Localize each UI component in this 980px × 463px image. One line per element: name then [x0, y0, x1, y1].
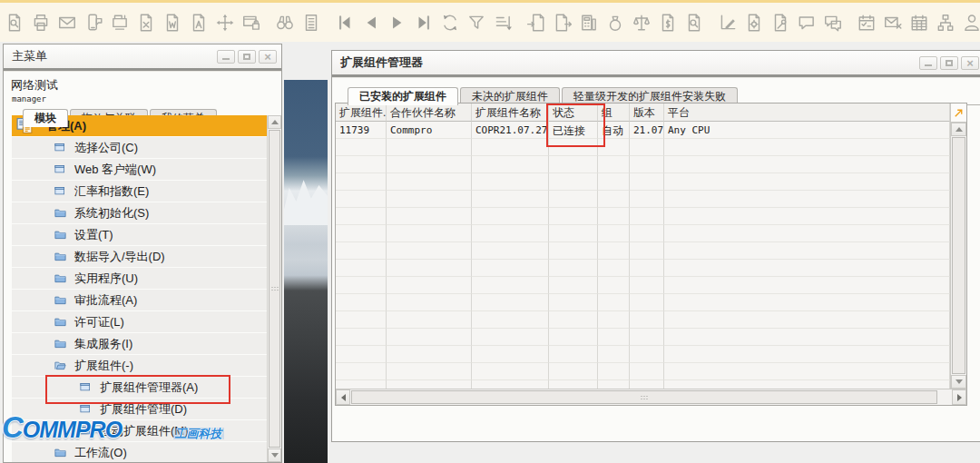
- menu-item[interactable]: 扩展组件(-): [12, 355, 267, 377]
- column-header[interactable]: 扩展组件...: [336, 103, 387, 122]
- main-menu-titlebar[interactable]: 主菜单: [4, 44, 281, 68]
- fax-icon[interactable]: [110, 13, 130, 33]
- scrollbar-thumb[interactable]: [351, 390, 937, 404]
- menu-item[interactable]: Web 客户端(W): [12, 159, 267, 181]
- menu-item-label: 审批流程(A): [74, 292, 137, 309]
- export-word-icon[interactable]: [162, 13, 182, 33]
- lock-screen-icon[interactable]: [241, 13, 261, 33]
- minimize-button[interactable]: [919, 56, 937, 70]
- expand-grid-button[interactable]: [951, 103, 966, 123]
- document-export-icon[interactable]: [553, 13, 573, 33]
- edit-chart-icon[interactable]: [718, 13, 738, 33]
- menu-item[interactable]: 实用程序(U): [12, 268, 267, 290]
- cell: [549, 363, 598, 380]
- org-chart-icon[interactable]: [936, 13, 956, 33]
- document-import-icon[interactable]: [526, 13, 546, 33]
- close-button[interactable]: [961, 56, 979, 70]
- column-header[interactable]: 版本: [630, 103, 664, 122]
- addon-title: 扩展组件管理器: [332, 54, 423, 71]
- print-icon[interactable]: [31, 13, 51, 33]
- maximize-button[interactable]: [238, 50, 256, 64]
- last-record-icon[interactable]: [414, 13, 434, 33]
- cell: [336, 225, 387, 242]
- menu-item[interactable]: 汇率和指数(E): [12, 181, 267, 202]
- cell: [387, 311, 472, 329]
- addon-tab-1[interactable]: 已安装的扩展组件: [348, 87, 458, 105]
- main-menu-tab-1[interactable]: 模块: [23, 109, 68, 127]
- email-icon[interactable]: [57, 13, 77, 33]
- record-list-icon[interactable]: [301, 13, 321, 33]
- folder-open-icon: [54, 359, 74, 372]
- menu-item-label: 许可证(L): [74, 314, 124, 330]
- task-checklist-icon[interactable]: [857, 13, 877, 33]
- next-record-icon[interactable]: [387, 13, 407, 33]
- volume-weight-icon[interactable]: [632, 13, 652, 33]
- refresh-record-icon[interactable]: [440, 13, 460, 33]
- find-icon[interactable]: [275, 13, 295, 33]
- first-record-icon[interactable]: [335, 13, 355, 33]
- cell: [664, 380, 950, 389]
- document-query-icon[interactable]: [684, 13, 704, 33]
- column-header[interactable]: 平台: [664, 103, 950, 122]
- calendar-icon[interactable]: [909, 13, 929, 33]
- menu-item[interactable]: 选择公司(C): [12, 137, 267, 159]
- previous-record-icon[interactable]: [361, 13, 381, 33]
- minimize-button[interactable]: [217, 50, 235, 64]
- export-excel-icon[interactable]: [136, 13, 156, 33]
- export-pdf-icon[interactable]: [189, 13, 209, 33]
- column-header[interactable]: 组: [598, 103, 630, 122]
- form-settings-icon[interactable]: [744, 13, 764, 33]
- column-header[interactable]: 状态: [549, 103, 598, 122]
- scroll-up-button[interactable]: [951, 123, 966, 136]
- cell: [387, 173, 472, 191]
- table-horizontal-scrollbar[interactable]: [336, 389, 966, 405]
- cell: [549, 277, 598, 294]
- folder-icon: [54, 206, 74, 220]
- filter-table-icon[interactable]: [466, 13, 486, 33]
- cell: [387, 208, 472, 225]
- conversation-icon[interactable]: [823, 13, 843, 33]
- commpro-watermark: COMMPRO 工画科技: [2, 412, 224, 442]
- menu-item[interactable]: 许可证(L): [12, 311, 267, 333]
- menu-item-label: 汇率和指数(E): [74, 183, 149, 200]
- scroll-right-button[interactable]: [952, 389, 966, 405]
- main-menu-scrollbar[interactable]: [267, 115, 281, 462]
- scroll-left-button[interactable]: [336, 389, 350, 405]
- scroll-down-button[interactable]: [268, 448, 281, 462]
- cell: [472, 363, 549, 380]
- table-vertical-scrollbar[interactable]: [950, 103, 966, 389]
- scroll-up-button[interactable]: [268, 115, 281, 129]
- launch-application-icon[interactable]: [215, 13, 235, 33]
- money-bag-icon[interactable]: [605, 13, 625, 33]
- column-header[interactable]: 扩展组件名称: [472, 103, 549, 122]
- scrollbar-thumb[interactable]: [952, 137, 965, 374]
- menu-item[interactable]: 集成服务(I): [12, 333, 267, 355]
- close-button[interactable]: [259, 50, 277, 64]
- menu-item[interactable]: 数据导入/导出(D): [12, 246, 267, 268]
- cell: [336, 329, 387, 346]
- menu-item[interactable]: 扩展组件管理器(A): [12, 377, 267, 399]
- minimize-icon: [222, 58, 230, 60]
- maximize-button[interactable]: [940, 56, 958, 70]
- scroll-down-button[interactable]: [951, 375, 966, 389]
- gross-profit-icon[interactable]: [658, 13, 678, 33]
- table-row[interactable]: 11739CommproCOPR21.07.27.15已连接自动21.07.27…: [336, 122, 950, 139]
- menu-item[interactable]: 审批流程(A): [12, 290, 267, 311]
- preview-document-icon[interactable]: [5, 13, 24, 33]
- mobile-application-icon[interactable]: [83, 13, 103, 33]
- sort-table-icon[interactable]: [493, 13, 513, 33]
- window-buttons: [217, 50, 281, 64]
- column-header[interactable]: 合作伙伴名称: [387, 103, 472, 122]
- menu-item-label: Web 客户端(W): [74, 162, 156, 178]
- document-tools-icon[interactable]: [770, 13, 790, 33]
- payment-means-icon[interactable]: [579, 13, 599, 33]
- addon-titlebar[interactable]: 扩展组件管理器: [332, 51, 980, 74]
- menu-item[interactable]: 设置(T): [12, 224, 267, 246]
- user-icon[interactable]: [962, 13, 980, 33]
- message-icon[interactable]: [797, 13, 817, 33]
- scrollbar-thumb[interactable]: [269, 130, 280, 448]
- menu-item[interactable]: 系统初始化(S): [12, 202, 267, 224]
- mail-alert-icon[interactable]: [883, 13, 903, 33]
- menu-item[interactable]: 工作流(O): [12, 442, 267, 462]
- cell: [664, 139, 950, 156]
